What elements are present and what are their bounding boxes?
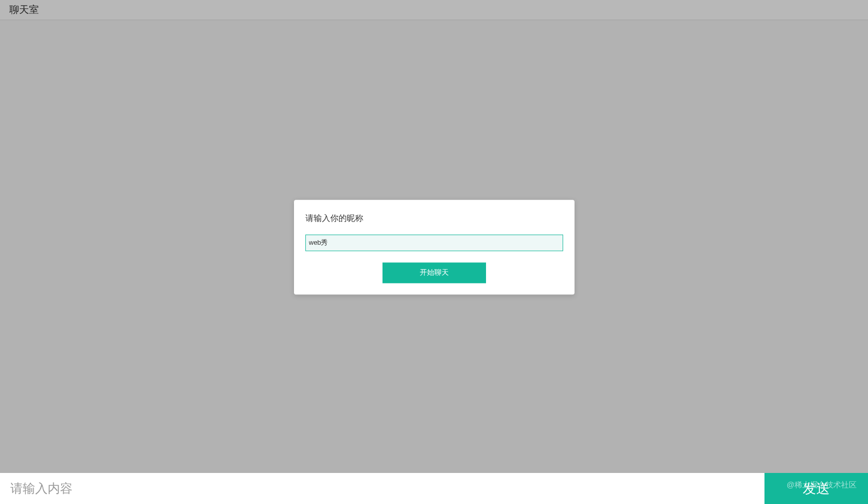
app-header: 聊天室 [0, 0, 868, 20]
start-chat-button[interactable]: 开始聊天 [382, 262, 486, 283]
message-input[interactable] [0, 473, 764, 504]
app-title: 聊天室 [9, 3, 39, 17]
nickname-modal: 请输入你的昵称 开始聊天 [294, 200, 575, 294]
send-button[interactable]: 发送 [764, 473, 868, 504]
nickname-input[interactable] [305, 234, 563, 251]
message-compose-bar: 发送 [0, 473, 868, 504]
modal-title: 请输入你的昵称 [305, 213, 563, 224]
